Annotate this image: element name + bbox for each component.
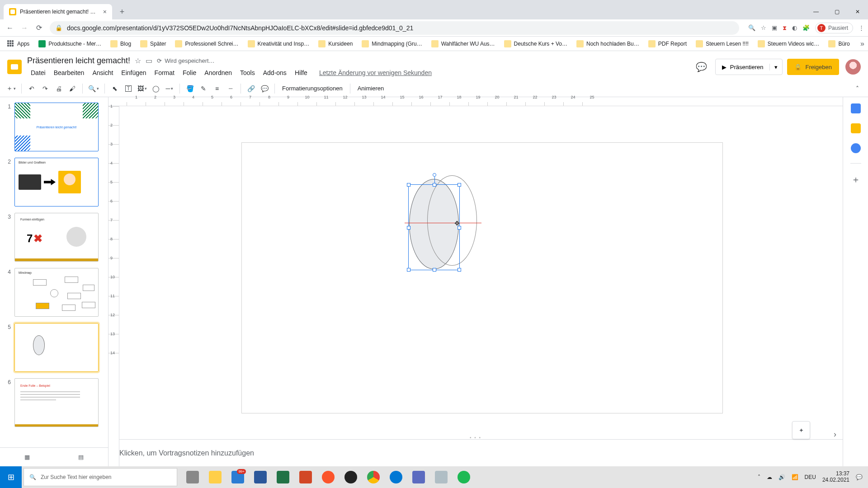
taskbar-search[interactable]: 🔍 Zur Suche Text hier eingeben (24, 468, 177, 486)
insert-shape-button[interactable]: ◯ (150, 82, 162, 95)
bookmark-item[interactable]: Büro (825, 38, 853, 49)
format-options-button[interactable]: Formatierungsoptionen (278, 82, 346, 95)
tasks-addon-icon[interactable] (851, 143, 861, 153)
select-tool-button[interactable]: ⬉ (108, 82, 121, 95)
bookmark-item[interactable]: Mindmapping (Gru… (358, 38, 425, 49)
side-panel-forward-button[interactable]: › (834, 430, 836, 439)
menu-bearbeiten[interactable]: Bearbeiten (50, 67, 88, 78)
present-dropdown-button[interactable]: ▾ (769, 64, 782, 70)
insert-image-button[interactable]: 🖼 (136, 82, 149, 95)
present-button[interactable]: ▶Präsentieren (716, 64, 770, 70)
bookmark-item[interactable]: Später (137, 38, 170, 49)
bookmark-star-icon[interactable]: ☆ (761, 24, 766, 31)
ruler-vertical[interactable]: 1234567891011121314 (108, 106, 119, 466)
profile-chip[interactable]: T Pausiert (815, 23, 853, 33)
bookmark-item[interactable]: Professionell Schrei… (171, 38, 242, 49)
menu-hilfe[interactable]: Hilfe (291, 67, 311, 78)
bookmark-item[interactable]: Kreativität und Insp… (244, 38, 313, 49)
calendar-addon-icon[interactable] (851, 103, 861, 113)
print-button[interactable]: 🖨 (52, 82, 65, 95)
window-maximize-button[interactable]: ▢ (826, 4, 847, 19)
explore-button[interactable]: ✦ (792, 421, 810, 439)
incognito-avail-icon[interactable]: ◐ (792, 24, 797, 31)
menu-tools[interactable]: Tools (236, 67, 259, 78)
ruler-horizontal[interactable]: 1234567891011121314151617181920212223242… (108, 97, 843, 106)
speaker-notes-splitter[interactable]: • • • (108, 436, 843, 439)
extensions-icon[interactable]: 🧩 (802, 24, 810, 31)
window-minimize-button[interactable]: — (806, 4, 826, 19)
filmstrip-view-icon[interactable]: ▦ (24, 454, 30, 460)
slide-canvas[interactable]: ✥ (241, 142, 723, 413)
brave-button[interactable] (317, 466, 339, 488)
resize-handle-nw[interactable] (407, 183, 410, 187)
animate-button[interactable]: Animieren (354, 82, 388, 95)
volume-icon[interactable]: 🔊 (778, 474, 785, 480)
menu-datei[interactable]: Datei (27, 67, 49, 78)
onedrive-icon[interactable]: ☁ (767, 474, 772, 480)
slide-thumbnail-4[interactable]: Mindmap (14, 268, 99, 317)
account-avatar[interactable] (845, 59, 861, 75)
add-addon-button[interactable]: ＋ (851, 174, 860, 186)
bookmarks-overflow-button[interactable]: » (860, 40, 864, 48)
start-button[interactable]: ⊞ (0, 466, 22, 488)
menu-addons[interactable]: Add-ons (259, 67, 290, 78)
insert-comment-button[interactable]: 💬 (258, 82, 271, 95)
chrome-button[interactable] (363, 466, 384, 488)
menu-format[interactable]: Format (151, 67, 178, 78)
comments-button[interactable]: 💬 (693, 58, 711, 76)
slide-thumb-row[interactable]: 3 Formen einfügen 7✖ (4, 213, 103, 262)
qrcode-icon[interactable]: ▣ (772, 24, 777, 31)
app-button[interactable] (408, 466, 429, 488)
language-indicator[interactable]: DEU (805, 474, 816, 480)
share-button[interactable]: 🔒Freigeben (787, 59, 839, 75)
border-dash-button[interactable]: ┈ (224, 82, 237, 95)
obs-button[interactable] (340, 466, 362, 488)
bookmark-item[interactable]: Noch hochladen Bu… (573, 38, 643, 49)
resize-handle-s[interactable] (433, 268, 436, 272)
tab-close-icon[interactable]: × (103, 9, 107, 15)
bookmark-item[interactable]: Deutsche Kurs + Vo… (500, 38, 571, 49)
spotify-button[interactable] (453, 466, 475, 488)
textbox-button[interactable]: 🅃 (122, 82, 135, 95)
rotate-handle[interactable] (433, 173, 436, 177)
notepad-button[interactable] (430, 466, 452, 488)
slide-thumb-row[interactable]: 4 Mindmap (4, 268, 103, 317)
menu-folie[interactable]: Folie (179, 67, 200, 78)
menu-anordnen[interactable]: Anordnen (201, 67, 236, 78)
file-explorer-button[interactable] (204, 466, 226, 488)
grid-view-icon[interactable]: ▤ (78, 454, 84, 460)
window-close-button[interactable]: ✕ (847, 4, 868, 19)
action-center-icon[interactable]: 💬 (856, 474, 863, 480)
border-color-button[interactable]: ✎ (197, 82, 210, 95)
bookmark-item[interactable]: Wahlfächer WU Aus… (428, 38, 499, 49)
bookmark-item[interactable]: PDF Report (645, 38, 690, 49)
powerpoint-button[interactable] (295, 466, 316, 488)
menu-ansicht[interactable]: Ansicht (89, 67, 117, 78)
insert-line-button[interactable]: ─ (163, 82, 176, 95)
selection-box[interactable] (408, 184, 460, 270)
slide-thumbnail-5[interactable] (14, 323, 99, 372)
extension-blocked-icon[interactable]: ⧗ (783, 24, 787, 32)
bookmark-item[interactable]: Steuern Lesen !!!! (692, 38, 752, 49)
zoom-button[interactable]: 🔍 (86, 82, 101, 95)
task-view-button[interactable] (182, 466, 203, 488)
resize-handle-sw[interactable] (407, 268, 410, 272)
border-weight-button[interactable]: ≡ (211, 82, 223, 95)
nav-reload-button[interactable]: ⟳ (33, 22, 45, 34)
bookmark-item[interactable]: Kursideen (315, 38, 356, 49)
nav-back-button[interactable]: ← (4, 22, 16, 34)
word-button[interactable] (250, 466, 271, 488)
wifi-icon[interactable]: 📶 (792, 474, 798, 480)
menu-einfuegen[interactable]: Einfügen (118, 67, 150, 78)
slide-thumb-row[interactable]: 2 Bilder und Grafiken (4, 158, 103, 206)
resize-handle-ne[interactable] (458, 183, 461, 187)
bookmark-apps[interactable]: Apps (4, 38, 33, 49)
keep-addon-icon[interactable] (851, 123, 861, 133)
resize-handle-n[interactable] (433, 183, 436, 187)
bookmark-item[interactable]: Blog (107, 38, 135, 49)
undo-button[interactable]: ↶ (25, 82, 38, 95)
redo-button[interactable]: ↷ (39, 82, 52, 95)
star-icon[interactable]: ☆ (135, 56, 141, 65)
last-edit-link[interactable]: Letzte Änderung vor wenigen Sekunden (316, 67, 435, 78)
slide-thumbnail-1[interactable]: Präsentieren leicht gemacht! (14, 103, 99, 151)
